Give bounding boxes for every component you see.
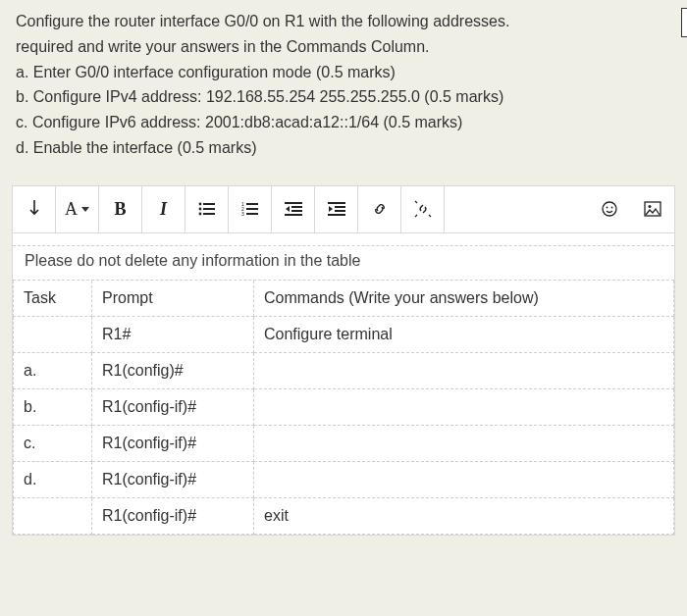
- outdent-button[interactable]: [272, 186, 315, 232]
- question-item-d: d. Enable the interface (0.5 marks): [16, 136, 671, 161]
- cell-prompt[interactable]: R1(config-if)#: [92, 497, 254, 534]
- toolbar-spacer: [445, 186, 588, 232]
- svg-rect-19: [328, 214, 345, 216]
- svg-point-24: [649, 205, 652, 208]
- link-button[interactable]: [358, 186, 401, 232]
- question-line: required and write your answers in the C…: [16, 35, 671, 60]
- cell-task[interactable]: c.: [14, 425, 92, 461]
- svg-point-4: [198, 213, 201, 216]
- cell-cmd[interactable]: [254, 425, 674, 461]
- italic-button[interactable]: I: [142, 186, 185, 232]
- svg-rect-16: [328, 202, 345, 204]
- cell-cmd[interactable]: [254, 388, 674, 425]
- svg-rect-12: [285, 202, 302, 204]
- question-text: Configure the router interface G0/0 on R…: [0, 0, 687, 185]
- table-row: R1(config-if)# exit: [14, 497, 674, 534]
- cell-cmd[interactable]: Configure terminal: [254, 316, 674, 352]
- cell-task[interactable]: [14, 316, 92, 352]
- outdent-icon: [285, 202, 302, 216]
- table-row: d. R1(config-if)#: [14, 461, 674, 497]
- table-header-row: Task Prompt Commands (Write your answers…: [14, 281, 674, 317]
- svg-rect-9: [246, 208, 258, 210]
- cell-prompt[interactable]: R1(config)#: [92, 352, 254, 388]
- svg-rect-18: [335, 210, 345, 212]
- adjacent-panel-fragment: [681, 8, 687, 37]
- answer-table: Task Prompt Commands (Write your answers…: [13, 281, 674, 535]
- cell-cmd[interactable]: [254, 352, 674, 388]
- svg-text:3: 3: [241, 211, 244, 216]
- table-row: b. R1(config-if)#: [14, 388, 674, 425]
- rich-text-editor: A B I 1 2 3: [12, 185, 675, 536]
- svg-rect-7: [246, 203, 258, 205]
- bold-label: B: [114, 199, 126, 220]
- svg-point-21: [607, 207, 608, 209]
- text-direction-button[interactable]: [13, 186, 56, 232]
- number-list-icon: 1 2 3: [241, 202, 259, 216]
- header-prompt: Prompt: [92, 281, 254, 317]
- bullet-list-icon: [198, 202, 216, 216]
- cell-prompt[interactable]: R1(config-if)#: [92, 388, 254, 425]
- image-button[interactable]: [631, 186, 674, 232]
- cell-task[interactable]: a.: [14, 352, 92, 388]
- table-row: a. R1(config)#: [14, 352, 674, 388]
- svg-rect-5: [203, 213, 215, 215]
- svg-rect-1: [203, 203, 215, 205]
- svg-rect-11: [246, 213, 258, 215]
- cell-prompt[interactable]: R1#: [92, 316, 254, 352]
- editor-body[interactable]: Please do not delete any information in …: [13, 233, 674, 535]
- svg-point-22: [611, 207, 613, 209]
- cell-cmd[interactable]: [254, 461, 674, 497]
- unlink-button[interactable]: [401, 186, 445, 232]
- table-notice: Please do not delete any information in …: [13, 245, 674, 281]
- table-row: c. R1(config-if)#: [14, 425, 674, 461]
- chevron-down-icon: [81, 207, 89, 212]
- link-icon: [371, 200, 389, 218]
- question-item-b: b. Configure IPv4 address: 192.168.55.25…: [16, 85, 671, 110]
- cell-task[interactable]: [14, 497, 92, 534]
- italic-label: I: [160, 199, 167, 220]
- svg-rect-3: [203, 208, 215, 210]
- svg-rect-14: [291, 210, 302, 212]
- cell-prompt[interactable]: R1(config-if)#: [92, 461, 254, 497]
- font-button[interactable]: A: [56, 186, 99, 232]
- emoji-button[interactable]: [588, 186, 631, 232]
- ordered-list-button[interactable]: 1 2 3: [229, 186, 272, 232]
- svg-point-2: [198, 208, 201, 211]
- unordered-list-button[interactable]: [185, 186, 229, 232]
- table-row: R1# Configure terminal: [14, 316, 674, 352]
- svg-point-0: [198, 203, 201, 206]
- header-commands: Commands (Write your answers below): [254, 281, 674, 317]
- svg-rect-15: [285, 214, 302, 216]
- indent-icon: [328, 202, 345, 216]
- cell-cmd[interactable]: exit: [254, 497, 674, 534]
- image-icon: [644, 201, 661, 217]
- indent-button[interactable]: [315, 186, 358, 232]
- font-label: A: [65, 199, 78, 220]
- text-direction-icon: [26, 200, 42, 218]
- svg-rect-17: [335, 206, 345, 208]
- svg-rect-13: [291, 206, 302, 208]
- cell-task[interactable]: d.: [14, 461, 92, 497]
- svg-point-20: [603, 202, 616, 216]
- bold-button[interactable]: B: [99, 186, 142, 232]
- question-item-a: a. Enter G0/0 interface configuration mo…: [16, 61, 671, 85]
- question-line: Configure the router interface G0/0 on R…: [16, 10, 671, 34]
- smile-icon: [601, 200, 618, 218]
- cell-task[interactable]: b.: [14, 388, 92, 425]
- question-item-c: c. Configure IPv6 address: 2001:db8:acad…: [16, 111, 671, 135]
- editor-toolbar: A B I 1 2 3: [13, 186, 674, 233]
- cell-prompt[interactable]: R1(config-if)#: [92, 425, 254, 461]
- header-task: Task: [14, 281, 92, 317]
- unlink-icon: [414, 200, 432, 218]
